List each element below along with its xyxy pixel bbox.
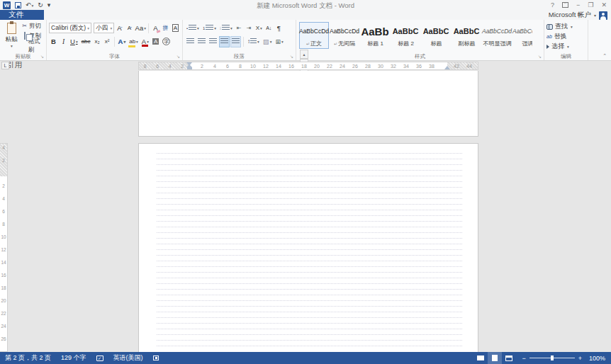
cut-button[interactable]: ✂ 剪切: [21, 21, 44, 30]
align-center-button[interactable]: [196, 36, 207, 47]
word-count[interactable]: 129 个字: [56, 352, 91, 364]
help-button[interactable]: ?: [551, 1, 554, 9]
web-layout-button[interactable]: [502, 352, 516, 364]
sort-button[interactable]: A↓: [264, 23, 274, 34]
paste-button[interactable]: 粘贴 ▾: [2, 21, 21, 50]
ruler-number: 44: [463, 62, 476, 70]
asian-layout-button[interactable]: X▾: [254, 23, 264, 34]
page-1[interactable]: [138, 71, 478, 137]
italic-button[interactable]: I: [59, 36, 68, 47]
align-right-button[interactable]: [208, 36, 218, 47]
character-shading-button[interactable]: A: [151, 36, 160, 47]
text-effects-button[interactable]: A▾: [117, 36, 128, 47]
ruler-number: 8: [0, 222, 7, 234]
style-item[interactable]: AaBbC 标题 2: [391, 22, 420, 49]
font-color-button[interactable]: A▾: [140, 36, 150, 47]
distribute-button[interactable]: [230, 36, 241, 47]
ruler-band[interactable]: 8642 2468101214161820222426283032343638 …: [138, 62, 478, 70]
ruler-number: 20: [310, 62, 323, 70]
numbering-button[interactable]: 1▾: [201, 23, 218, 34]
multilevel-list-button[interactable]: ⁝▾: [218, 23, 234, 34]
enclose-characters-button[interactable]: 字: [161, 36, 172, 47]
phonetic-guide-button[interactable]: 拼: [161, 23, 170, 34]
status-bar: 第 2 页，共 2 页 129 个字 ✓ 英语(美国) − + 100%: [0, 352, 611, 364]
collapse-ribbon-icon[interactable]: ⌃: [602, 53, 607, 59]
bullets-button[interactable]: •▾: [185, 23, 201, 34]
line-spacing-button[interactable]: ↕▾: [246, 36, 261, 47]
restore-button[interactable]: ❐: [588, 1, 593, 9]
justify-button[interactable]: [219, 36, 230, 47]
right-indent-marker[interactable]: [444, 66, 450, 69]
minimize-button[interactable]: −: [576, 1, 580, 9]
ruler-number: 14: [0, 260, 7, 273]
read-mode-button[interactable]: [473, 352, 488, 364]
ruler-number: 8: [234, 62, 247, 70]
superscript-button[interactable]: x²: [103, 36, 112, 47]
ruler-number: 4: [0, 196, 7, 209]
dialog-launcher-icon[interactable]: [40, 55, 45, 59]
print-layout-button[interactable]: [488, 352, 502, 364]
proofing-status[interactable]: ✓: [91, 352, 108, 364]
underline-button[interactable]: U▾: [69, 36, 79, 47]
select-button[interactable]: 选择▾: [546, 42, 585, 51]
tab-stop-selector[interactable]: L: [1, 62, 9, 69]
style-item[interactable]: AaBb 标题 1: [360, 22, 390, 49]
style-item[interactable]: AaBbC 副标题: [452, 22, 481, 49]
dialog-launcher-icon[interactable]: [537, 55, 542, 59]
ruler-number: 10: [0, 234, 7, 247]
avatar[interactable]: [599, 11, 607, 20]
document-canvas[interactable]: 42 2468101214161820222426: [0, 71, 611, 352]
zoom-in-button[interactable]: +: [578, 355, 582, 362]
strikethrough-button[interactable]: abc: [80, 36, 92, 47]
align-left-button[interactable]: [185, 36, 196, 47]
macro-record-button[interactable]: [148, 352, 164, 364]
zoom-percentage[interactable]: 100%: [585, 355, 605, 362]
font-size-combo[interactable]: 小四▾: [94, 23, 114, 33]
grow-font-button[interactable]: Aˆ: [115, 23, 124, 34]
dialog-launcher-icon[interactable]: [176, 55, 181, 59]
shrink-font-button[interactable]: Aˇ: [125, 23, 134, 34]
replace-icon: ab: [546, 34, 552, 39]
ribbon-tab[interactable]: 文件: [0, 10, 44, 20]
ruler-number: 2: [196, 62, 208, 70]
ruler-number: 46: [476, 62, 478, 70]
page-indicator[interactable]: 第 2 页，共 2 页: [0, 352, 56, 364]
left-indent-marker[interactable]: [187, 67, 192, 69]
ruler-number: 12: [259, 62, 272, 70]
character-border-button[interactable]: A: [171, 23, 180, 34]
borders-button[interactable]: ⊞▾: [274, 36, 285, 47]
style-item[interactable]: AaBbCcDd 强调: [512, 22, 532, 49]
zoom-slider-thumb[interactable]: [551, 356, 554, 360]
format-painter-button[interactable]: 格式刷: [21, 41, 44, 50]
account-area[interactable]: Microsoft 帐户 ▾: [549, 11, 607, 20]
zoom-slider[interactable]: [529, 358, 575, 358]
style-item[interactable]: AaBbCcDd 不明显强调: [482, 22, 512, 49]
bold-button[interactable]: B: [49, 36, 58, 47]
shading-button[interactable]: ▨▾: [262, 36, 274, 47]
style-item[interactable]: AaBbCcDd ↵无间隔: [330, 22, 359, 49]
ruler-number: 6: [152, 62, 164, 70]
subscript-button[interactable]: x₂: [93, 36, 102, 47]
ruler-number: 36: [413, 62, 425, 70]
editing-group: 查找▾ ab 替换 选择▾ 编辑: [544, 20, 588, 60]
dialog-launcher-icon[interactable]: [289, 55, 294, 59]
style-item[interactable]: AaBbC 标题: [421, 22, 451, 49]
ribbon: 粘贴 ▾ ✂ 剪切 复制 格式刷 剪贴板: [0, 20, 611, 61]
ribbon-display-options-icon[interactable]: [562, 2, 568, 8]
clear-formatting-button[interactable]: A: [151, 23, 160, 34]
decrease-indent-button[interactable]: ⇤: [235, 23, 244, 34]
ruler-number: 2: [0, 183, 7, 196]
find-button[interactable]: 查找▾: [546, 22, 585, 31]
style-item[interactable]: AaBbCcDd ↵正文: [299, 22, 329, 49]
increase-indent-button[interactable]: ⇥: [245, 23, 254, 34]
show-marks-button[interactable]: ¶: [274, 23, 284, 34]
zoom-out-button[interactable]: −: [522, 355, 525, 362]
page-2[interactable]: [138, 143, 478, 352]
language-indicator[interactable]: 英语(美国): [108, 352, 148, 364]
ruler-number: 26: [0, 336, 7, 349]
close-button[interactable]: ✕: [601, 1, 607, 9]
replace-button[interactable]: ab 替换: [546, 32, 585, 41]
text-highlight-button[interactable]: ab▾: [128, 36, 140, 47]
change-case-button[interactable]: Aa▾: [135, 23, 146, 34]
font-name-combo[interactable]: Calibri (西文)▾: [49, 23, 91, 33]
